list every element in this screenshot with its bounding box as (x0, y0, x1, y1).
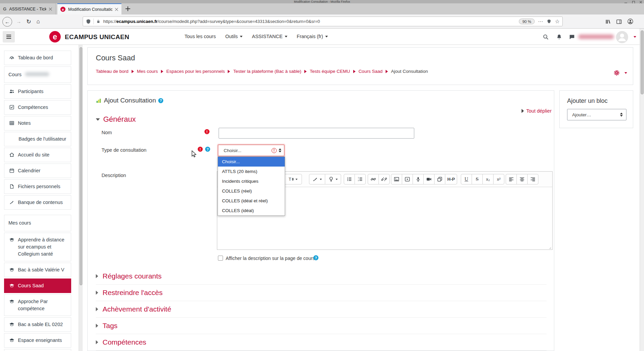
breadcrumb-link[interactable]: Tests équipe CEMU (310, 69, 350, 74)
section-competences[interactable]: Compétences (96, 334, 547, 351)
back-button[interactable]: ← (2, 17, 12, 27)
resize-grip-icon[interactable] (547, 245, 552, 250)
breadcrumb-link[interactable]: Mes cours (137, 69, 158, 74)
library-icon[interactable] (605, 19, 611, 25)
sidebar-course-espace-gestion-cemu[interactable]: Espace gestion équipe CEMU (4, 349, 71, 351)
highlight-button[interactable] (325, 174, 341, 184)
forward-icon[interactable]: → (16, 19, 21, 24)
browser-tab-active[interactable]: e Modification Consultation (57, 3, 121, 14)
gear-menu-caret-icon[interactable] (624, 72, 627, 74)
type-select[interactable]: Choisir... ! (218, 145, 284, 156)
sidebar-scrollbar[interactable] (79, 45, 83, 351)
hamburger-menu-button[interactable] (3, 31, 15, 42)
help-icon[interactable]: ? (313, 255, 318, 260)
superscript-button[interactable]: x² (493, 174, 504, 184)
option-attls[interactable]: ATTLS (20 items) (218, 167, 285, 176)
section-general-toggle[interactable]: Généraux (96, 115, 136, 124)
section-achevement-activite[interactable]: Achèvement d'activité (96, 301, 547, 318)
nav-link-assistance[interactable]: ASSISTANCE (252, 34, 287, 39)
notifications-bell-icon[interactable] (556, 34, 562, 40)
sidebar-course-cours-saad[interactable]: Cours Saad (4, 279, 71, 293)
expand-all-link[interactable]: Tout déplier (522, 108, 552, 114)
page-scrollbar[interactable] (640, 29, 644, 351)
breadcrumb-link[interactable]: Tableau de bord (96, 69, 129, 74)
zoom-level-badge[interactable]: 90 % (519, 19, 534, 24)
ecampus-logo[interactable]: e (49, 31, 61, 42)
sidebar-item-calendar[interactable]: Calendrier (4, 164, 71, 178)
h5p-button[interactable]: H-P (445, 174, 457, 184)
page-scrollbar-thumb[interactable] (641, 30, 644, 94)
sidebar-item-participants[interactable]: Participants (4, 84, 71, 99)
option-incidents-critiques[interactable]: Incidents critiques (218, 176, 285, 186)
page-actions-icon[interactable]: ⋯ (538, 19, 543, 25)
url-bar[interactable]: https://ecampus.unicaen.fr/course/modedi… (83, 17, 563, 26)
account-icon[interactable] (627, 18, 634, 25)
show-description-checkbox[interactable] (218, 256, 223, 261)
reload-icon[interactable]: ↻ (26, 18, 31, 25)
browser-tab-assistance[interactable]: G ASSISTANCE - Tickets (0, 3, 56, 14)
nav-link-tous-les-cours[interactable]: Tous les cours (185, 34, 216, 39)
breadcrumb-link[interactable]: Tester la plateforme (Bac à sable) (233, 69, 301, 74)
sidebar-course-espace-enseignants[interactable]: Espace enseignants (4, 333, 71, 348)
new-tab-button[interactable] (124, 5, 132, 12)
insert-image-button[interactable] (391, 174, 402, 184)
font-size-button[interactable]: T (284, 174, 302, 184)
sidebar-item-content-bank[interactable]: Banque de contenus (4, 195, 71, 210)
tracking-protection-icon[interactable] (86, 19, 91, 24)
sidebar-course-apprendre[interactable]: Apprendre à distance sur ecampus et Coll… (4, 233, 71, 261)
option-choisir[interactable]: Choisir... (218, 157, 285, 167)
close-tab-icon[interactable] (115, 8, 118, 11)
avatar[interactable] (616, 31, 628, 43)
browser-home-icon[interactable]: ⌂ (36, 18, 40, 25)
unlink-button[interactable] (379, 174, 390, 184)
sidebar-item-competences[interactable]: Compétences (4, 100, 71, 115)
brush-style-button[interactable] (309, 174, 325, 184)
nav-link-language[interactable]: Français (fr) (297, 34, 328, 39)
option-colles-ideal-reel[interactable]: COLLES (idéal et réel) (218, 196, 285, 206)
sidebar-item-site-home[interactable]: Accueil du site (4, 148, 71, 162)
strikethrough-button[interactable]: S (472, 174, 483, 184)
align-left-button[interactable] (506, 174, 517, 184)
align-right-button[interactable] (527, 174, 538, 184)
record-audio-button[interactable] (413, 174, 424, 184)
name-input[interactable] (219, 128, 414, 139)
gear-icon[interactable] (613, 69, 620, 76)
close-tab-icon[interactable] (49, 7, 52, 11)
sidebars-icon[interactable] (616, 19, 622, 25)
sidebar-scrollbar-thumb[interactable] (80, 47, 82, 285)
section-restreindre-acces[interactable]: Restreindre l'accès (96, 285, 547, 301)
close-window-icon[interactable] (639, 1, 642, 3)
option-colles-ideal[interactable]: COLLES (idéal) (218, 206, 285, 215)
add-block-select[interactable]: Ajouter… (567, 109, 626, 120)
sidebar-course-bac-a-sable-el[interactable]: Bac a sable EL 0202 (4, 317, 71, 332)
help-icon[interactable]: ? (158, 98, 163, 103)
breadcrumb-link[interactable]: Espaces pour les personnels (166, 69, 225, 74)
subscript-button[interactable]: x₂ (482, 174, 494, 184)
record-video-button[interactable] (423, 174, 435, 184)
sidebar-course-bac-a-sable-valerie[interactable]: Bac à sable Valérie V (4, 263, 71, 277)
section-reglages-courants[interactable]: Réglages courants (96, 268, 547, 285)
unordered-list-button[interactable] (344, 174, 355, 184)
breadcrumb-link[interactable]: Cours Saad (359, 69, 383, 74)
maximize-icon[interactable] (632, 1, 635, 3)
sidebar-item-private-files[interactable]: Fichiers personnels (4, 179, 71, 194)
ordered-list-button[interactable] (355, 174, 366, 184)
sidebar-item-dashboard[interactable]: Tableau de bord (4, 51, 71, 65)
search-icon[interactable] (542, 34, 549, 40)
sidebar-item-badges[interactable]: Badges de l'utilisateur (4, 132, 71, 146)
help-icon[interactable]: ? (205, 147, 210, 152)
section-tags[interactable]: Tags (96, 318, 547, 334)
underline-button[interactable]: U (461, 174, 472, 184)
align-center-button[interactable] (516, 174, 528, 184)
minimize-icon[interactable] (624, 1, 627, 3)
bookmark-star-icon[interactable]: ☆ (555, 18, 560, 25)
pocket-icon[interactable] (547, 19, 552, 24)
manage-files-button[interactable] (434, 174, 445, 184)
insert-media-button[interactable] (402, 174, 413, 184)
insert-link-button[interactable] (368, 174, 379, 184)
sidebar-course-approche-par-competence[interactable]: Approche Par compétence (4, 294, 71, 316)
messages-chat-icon[interactable] (569, 34, 575, 40)
brand-name[interactable]: ECAMPUS UNICAEN (65, 33, 129, 41)
option-colles-reel[interactable]: COLLES (réel) (218, 186, 285, 196)
user-menu-caret-icon[interactable] (634, 36, 636, 38)
